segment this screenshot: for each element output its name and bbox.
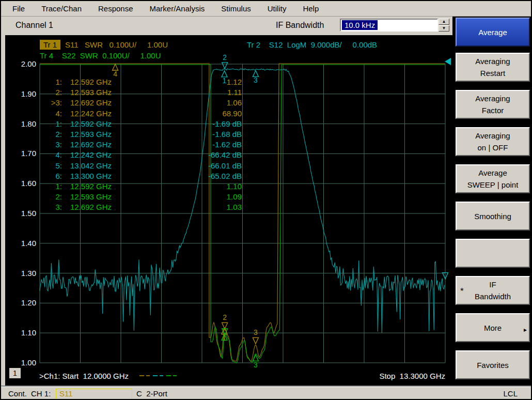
marker-row-tr4-3: 3:12.692 GHz1.03 [37, 203, 242, 213]
measurement-parameter: S11 [59, 389, 73, 398]
softkey-favorites[interactable]: Favorites [456, 350, 530, 379]
if-bandwidth-value: 10.0 kHz [342, 20, 378, 30]
marker-number: 1: [37, 119, 62, 130]
menu-bar: FileTrace/ChanResponseMarker/AnalysisSti… [1, 1, 531, 17]
marker-frequency: 13.042 GHz [70, 161, 153, 172]
channel-title: Channel 1 [15, 21, 53, 30]
softkey-label: IF [489, 279, 496, 290]
marker-label-tr1-3: 3 [254, 328, 258, 336]
marker-triangle-tr2-2 [222, 63, 228, 69]
marker-value: 1.12 [153, 78, 242, 88]
active-function-marker: * [460, 285, 464, 297]
softkey-label: Factor [482, 104, 504, 116]
plot-area: 2.001.901.801.701.601.501.401.301.201.10… [5, 35, 452, 386]
softkey-averaging-factor[interactable]: AveragingFactor [456, 90, 530, 119]
marker-frequency: 12.692 GHz [70, 203, 153, 213]
marker-number: >3: [37, 98, 62, 109]
softkey-smoothing[interactable]: Smoothing [456, 202, 530, 230]
trace2-legend: Tr 2 S12 LogM 9.000dB/ 0.00dB [247, 40, 377, 49]
measurement-box[interactable]: S11 [56, 389, 132, 399]
channel-bar: Channel 1 IF Bandwidth 10.0 kHz ▲ ▼ [1, 17, 451, 34]
menu-item-utility[interactable]: Utility [268, 4, 287, 13]
softkey-label: on | OFF [478, 142, 508, 153]
marker-row-tr1-4: 4:12.242 GHz68.90 [37, 109, 242, 119]
marker-number: 2: [37, 130, 62, 140]
marker-row-tr2-6: 6:13.300 GHz-65.02 dB [37, 172, 242, 182]
marker-value: 1.09 [153, 192, 242, 203]
trigger-status: Cont. [8, 389, 27, 398]
spinner-down-button[interactable]: ▼ [439, 25, 449, 32]
softkey-label: Average [478, 26, 507, 38]
marker-frequency: 12.592 GHz [70, 182, 153, 192]
svg-text:1.20: 1.20 [21, 298, 36, 307]
menu-item-help[interactable]: Help [303, 4, 319, 13]
marker-row-tr1-3: >3:12.692 GHz1.06 [37, 98, 242, 109]
marker-frequency: 12.242 GHz [70, 150, 153, 161]
if-bandwidth-input[interactable]: 10.0 kHz [340, 19, 438, 32]
reference-level-icon [445, 58, 451, 65]
softkey-averaging-restart[interactable]: AveragingRestart [456, 53, 530, 82]
marker-row-tr2-3: 3:12.692 GHz-1.62 dB [37, 140, 242, 150]
marker-number: 5: [37, 161, 62, 172]
marker-row-tr2-4: 4:12.242 GHz-66.42 dB [37, 150, 242, 161]
spinner-up-button[interactable]: ▲ [439, 19, 449, 25]
local-mode-indicator: LCL [503, 389, 518, 398]
marker-number: 1: [37, 182, 62, 192]
marker-frequency: 12.592 GHz [70, 119, 153, 130]
marker-frequency: 12.592 GHz [70, 78, 153, 88]
marker-frequency: 12.242 GHz [70, 109, 153, 119]
svg-text:1.80: 1.80 [21, 119, 36, 128]
marker-number: 3: [37, 203, 62, 213]
svg-text:1.00: 1.00 [21, 358, 36, 367]
marker-value: 1.11 [153, 88, 242, 98]
marker-row-tr4-2: 2:12.593 GHz1.09 [37, 192, 242, 203]
softkey-average[interactable]: Average [456, 18, 530, 47]
if-bandwidth-spinner: ▲ ▼ [439, 19, 449, 32]
status-bar: Cont. CH 1: S11 C 2-Port LCL [1, 387, 531, 400]
submenu-arrow-icon: ▸ [524, 324, 527, 336]
marker-number: 2: [37, 88, 62, 98]
menu-item-stimulus[interactable]: Stimulus [221, 4, 251, 13]
menu-item-response[interactable]: Response [98, 4, 133, 13]
marker-label-tr1-2: 2 [223, 313, 227, 321]
menu-item-marker-analysis[interactable]: Marker/Analysis [150, 4, 205, 13]
softkey-averaging-on-off[interactable]: Averagingon | OFF [456, 127, 530, 156]
marker-label-tr1-4: 4 [113, 70, 117, 78]
menu-item-file[interactable]: File [12, 4, 25, 13]
marker-row-tr1-1: 1:12.592 GHz1.12 [37, 78, 242, 88]
softkey-blank[interactable] [456, 239, 530, 268]
softkey-if-bandwidth[interactable]: IFBandwidth* [456, 276, 530, 305]
marker-label-tr2-3: 3 [254, 76, 258, 84]
trace1-legend: S11 SWR 0.100U/ 1.00U [65, 40, 168, 49]
marker-frequency: 13.300 GHz [70, 172, 153, 182]
marker-value: -66.42 dB [153, 150, 242, 161]
marker-number: 3: [37, 140, 62, 150]
marker-value: 1.10 [153, 182, 242, 192]
up-arrow-icon: ▲ [442, 19, 446, 24]
calibration-status: C 2-Port [136, 389, 167, 398]
softkey-label: Bandwidth [475, 290, 511, 302]
marker-label-tr2-2: 2 [223, 53, 227, 61]
marker-frequency: 12.593 GHz [70, 130, 153, 140]
status-channel-label: CH 1: [31, 389, 51, 398]
menu-item-trace-chan[interactable]: Trace/Chan [41, 4, 82, 13]
marker-row-tr2-5: 5:13.042 GHz-66.01 dB [37, 161, 242, 172]
marker-value: 1.03 [153, 203, 242, 213]
marker-number: 6: [37, 172, 62, 182]
softkey-label: Favorites [477, 359, 509, 371]
marker-frequency: 12.593 GHz [70, 192, 153, 203]
marker-frequency: 12.692 GHz [70, 98, 153, 109]
y-axis-labels: 2.001.901.801.701.601.501.401.301.201.10… [21, 59, 36, 367]
trace1-tag[interactable]: Tr 1 [40, 40, 60, 50]
svg-text:1.60: 1.60 [21, 179, 36, 188]
svg-text:1.50: 1.50 [21, 209, 36, 218]
marker-frequency: 12.692 GHz [70, 140, 153, 150]
softkey-average-sweep-point[interactable]: AverageSWEEP | point [456, 164, 530, 193]
softkey-more[interactable]: More▸ [456, 313, 530, 342]
svg-text:1.30: 1.30 [21, 269, 36, 278]
softkey-label: SWEEP | point [467, 179, 519, 191]
marker-value: -1.62 dB [153, 140, 242, 150]
marker-value: 68.90 [153, 109, 242, 119]
softkey-label: Average [478, 167, 507, 179]
marker-number: 2: [37, 192, 62, 203]
